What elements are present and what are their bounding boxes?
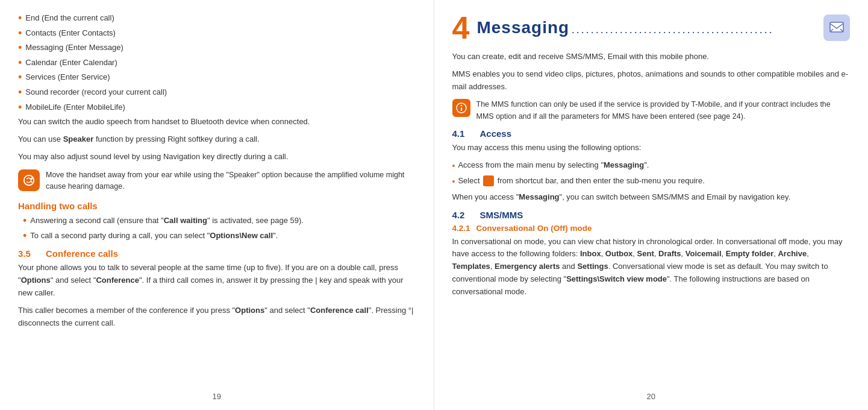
mms-icon — [455, 102, 467, 114]
bullet-sound-recorder: • Sound recorder (record your current ca… — [18, 86, 416, 99]
section-421-row: 4.2.1 Conversational On (Off) mode — [452, 224, 851, 233]
bullet-mobilelife: • MobileLife (Enter MobileLife) — [18, 101, 416, 115]
navigation-text: You may also adjust sound level by using… — [18, 151, 416, 163]
section-421-number: 4.2.1 — [452, 224, 470, 233]
chapter-dots: ........................................… — [572, 24, 774, 36]
handling-bullet-1: • Answering a second call (ensure that "… — [18, 215, 416, 228]
section-41-title: Access — [480, 128, 512, 139]
handling-two-calls-heading: Handling two calls — [18, 201, 416, 211]
chapter-number: 4 — [452, 12, 470, 43]
bullet-end: • End (End the current call) — [18, 12, 416, 25]
bluetooth-text: You can switch the audio speech from han… — [18, 116, 416, 128]
bullet-list-continued: • End (End the current call) • Contacts … — [18, 12, 416, 114]
section-35-title: Conference calls — [46, 248, 118, 259]
page-right: 4 Messaging ............................… — [434, 0, 869, 410]
section-41-number: 4.1 — [452, 128, 470, 139]
conv-text: In conversational on mode, you can view … — [452, 236, 851, 298]
section-421-title: Conversational On (Off) mode — [476, 224, 592, 233]
access-bullet-2: • Select from shortcut bar, and then ent… — [452, 175, 851, 188]
svg-point-1 — [31, 177, 33, 180]
messaging-icon-box — [823, 14, 850, 41]
intro-p2: MMS enables you to send video clips, pic… — [452, 68, 851, 93]
messaging-icon — [828, 19, 845, 36]
svg-point-6 — [460, 105, 461, 106]
page-number-right: 20 — [647, 392, 655, 401]
chapter-title-area: Messaging ..............................… — [476, 18, 811, 37]
mms-note-icon — [452, 99, 470, 117]
chapter-header: 4 Messaging ............................… — [452, 12, 851, 43]
page-number-left: 19 — [213, 392, 221, 401]
section-42-title: SMS/MMS — [480, 210, 523, 220]
bullet-messaging: • Messaging (Enter Message) — [18, 42, 416, 55]
section-42-number: 4.2 — [452, 210, 470, 220]
page-left: • End (End the current call) • Contacts … — [0, 0, 434, 410]
chapter-title: Messaging — [476, 18, 569, 37]
section-42-row: 4.2 SMS/MMS — [452, 210, 851, 220]
warning-box: Move the handset away from your ear whil… — [18, 169, 416, 193]
warning-icon — [18, 169, 40, 191]
access-note: When you access "Messaging", you can swi… — [452, 191, 851, 204]
conference-p1: Your phone allows you to talk to several… — [18, 262, 416, 299]
access-intro: You may access this menu using the follo… — [452, 142, 851, 154]
warning-text: Move the handset away from your ear whil… — [46, 169, 416, 193]
section-35-row: 3.5 Conference calls — [18, 248, 416, 259]
access-bullet-1: • Access from the main menu by selecting… — [452, 159, 851, 172]
speaker-text: You can use Speaker function by pressing… — [18, 133, 416, 146]
bullet-contacts: • Contacts (Enter Contacts) — [18, 27, 416, 40]
section-41-row: 4.1 Access — [452, 128, 851, 139]
mms-note-text: The MMS function can only be used if the… — [476, 99, 851, 122]
bullet-services: • Services (Enter Service) — [18, 71, 416, 84]
section-35-number: 3.5 — [18, 248, 36, 259]
svg-rect-7 — [461, 107, 462, 111]
conference-p2: This caller becomes a member of the conf… — [18, 304, 416, 330]
handling-bullet-2: • To call a second party during a call, … — [18, 230, 416, 243]
svg-point-0 — [24, 175, 34, 185]
intro-p1: You can create, edit and receive SMS/MMS… — [452, 51, 851, 63]
bullet-calendar: • Calendar (Enter Calendar) — [18, 57, 416, 70]
mms-note-box: The MMS function can only be used if the… — [452, 99, 851, 122]
speaker-warning-icon — [22, 174, 36, 187]
